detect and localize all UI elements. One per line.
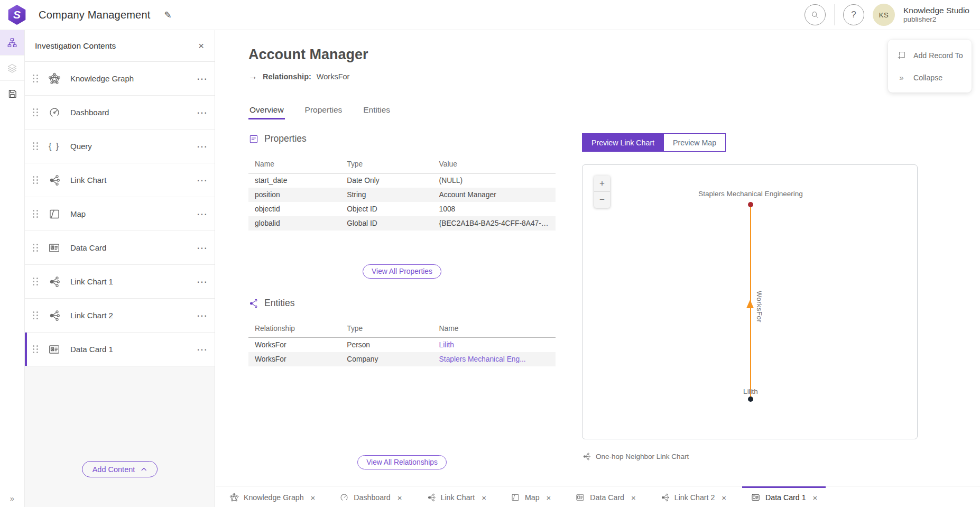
zoom-out-button[interactable]: − [594, 192, 610, 208]
rail-tab-contents[interactable] [0, 30, 24, 56]
ellipsis-icon: ⋯ [197, 344, 207, 355]
bottom-tab-data-card[interactable]: Data Card × [567, 486, 644, 507]
data-card-icon [47, 242, 61, 254]
sidebar-item-link-chart-2[interactable]: Link Chart 2 ⋯ [25, 299, 215, 333]
tab-close-icon[interactable]: × [631, 493, 636, 502]
overflow-menu-button[interactable]: ⋯ [197, 279, 207, 284]
collapse-item[interactable]: » Collapse [888, 67, 972, 88]
top-bar: S Company Management ✎ ? KS Knowledge St… [0, 0, 980, 30]
drag-handle-icon[interactable] [33, 244, 38, 252]
node-company-label: Staplers Mechanical Engineering [698, 190, 802, 198]
sidebar-item-label: Link Chart [70, 176, 106, 185]
overflow-menu-button[interactable]: ⋯ [197, 144, 207, 149]
tab-close-icon[interactable]: × [813, 493, 818, 502]
sidebar-close-button[interactable]: × [198, 40, 204, 52]
drag-handle-icon[interactable] [33, 75, 38, 82]
sidebar-item-link-chart[interactable]: Link Chart ⋯ [25, 163, 215, 197]
sidebar-item-link-chart-1[interactable]: Link Chart 1 ⋯ [25, 265, 215, 299]
sidebar-item-label: Data Card 1 [70, 345, 113, 354]
view-all-relationships-button[interactable]: View All Relationships [357, 455, 447, 469]
overflow-menu-button[interactable]: ⋯ [197, 110, 207, 115]
drag-handle-icon[interactable] [33, 311, 38, 319]
sidebar-item-dashboard[interactable]: Dashboard ⋯ [25, 96, 215, 130]
zoom-in-button[interactable]: + [594, 176, 610, 191]
entity-link[interactable]: Staplers Mechanical Eng... [439, 355, 526, 363]
overflow-menu-button[interactable]: ⋯ [197, 347, 207, 352]
link-chart-icon [660, 493, 670, 502]
sidebar-item-label: Map [70, 209, 86, 218]
edge-label: WorksFor [755, 291, 763, 322]
tab-properties[interactable]: Properties [304, 105, 344, 119]
record-detail-panel: Account Manager → Relationship: WorksFor… [216, 30, 980, 486]
overflow-menu-button[interactable]: ⋯ [197, 211, 207, 217]
node-person-dot[interactable] [748, 397, 753, 402]
ellipsis-icon: ⋯ [197, 141, 207, 152]
tab-close-icon[interactable]: × [397, 493, 402, 502]
view-all-properties-button[interactable]: View All Properties [363, 264, 441, 279]
overflow-menu-button[interactable]: ⋯ [197, 313, 207, 318]
tab-close-icon[interactable]: × [547, 493, 551, 502]
tab-close-icon[interactable]: × [482, 493, 486, 502]
sidebar-item-knowledge-graph[interactable]: Knowledge Graph ⋯ [25, 62, 215, 96]
link-chart-icon [47, 275, 61, 288]
bottom-tab-map[interactable]: Map × [502, 486, 559, 507]
drag-handle-icon[interactable] [33, 142, 38, 150]
relationship-label: Relationship: [263, 72, 311, 81]
help-button[interactable]: ? [843, 4, 864, 25]
drag-handle-icon[interactable] [33, 210, 38, 218]
bottom-tab-link-chart-2[interactable]: Link Chart 2 × [652, 486, 735, 507]
dashboard-icon [339, 493, 349, 502]
entities-table: Relationship Type Name WorksFor Person L… [248, 320, 556, 366]
sidebar-item-data-card[interactable]: Data Card ⋯ [25, 231, 215, 265]
cell: Staplers Mechanical Eng... [433, 352, 556, 366]
add-content-button[interactable]: Add Content [82, 461, 158, 477]
sidebar-item-query[interactable]: { } Query ⋯ [25, 130, 215, 163]
add-record-to-item[interactable]: Add Record To [888, 44, 972, 67]
cell: (NULL) [433, 173, 556, 188]
cell: Global ID [340, 216, 432, 231]
user-avatar[interactable]: KS [873, 4, 895, 26]
bottom-tab-knowledge-graph[interactable]: Knowledge Graph × [221, 486, 323, 507]
link-chart-preview[interactable]: + − Staplers Mechanical Engineering Work… [582, 164, 918, 439]
entity-link[interactable]: Lilith [439, 341, 454, 349]
search-button[interactable] [805, 4, 826, 25]
user-name: publisher2 [903, 15, 969, 24]
bottom-tab-dashboard[interactable]: Dashboard × [331, 486, 410, 507]
tab-overview[interactable]: Overview [248, 105, 285, 119]
properties-section-heading: Properties [248, 133, 556, 144]
table-row: start_date Date Only (NULL) [248, 173, 556, 188]
rail-tab-layers[interactable] [0, 56, 24, 81]
sidebar-item-label: Link Chart 2 [70, 311, 113, 320]
rail-expand-button[interactable]: » [0, 494, 24, 503]
tab-close-icon[interactable]: × [311, 493, 316, 502]
bottom-tab-data-card-1[interactable]: Data Card 1 × [742, 486, 826, 507]
sidebar-item-data-card-1[interactable]: Data Card 1 ⋯ [25, 333, 215, 366]
preview-map-toggle[interactable]: Preview Map [663, 134, 725, 151]
node-company-dot[interactable] [748, 202, 753, 207]
tab-close-icon[interactable]: × [722, 493, 726, 502]
bottom-tab-link-chart[interactable]: Link Chart × [418, 486, 495, 507]
drag-handle-icon[interactable] [33, 278, 38, 285]
record-subtitle: → Relationship: WorksFor [248, 71, 980, 82]
column-header: Value [433, 156, 556, 173]
drag-handle-icon[interactable] [33, 345, 38, 353]
edit-title-button[interactable]: ✎ [164, 10, 172, 21]
tab-entities[interactable]: Entities [362, 105, 391, 119]
add-record-icon [896, 50, 907, 60]
sidebar-item-map[interactable]: Map ⋯ [25, 197, 215, 231]
overflow-menu-button[interactable]: ⋯ [197, 245, 207, 251]
rail-tab-save[interactable] [0, 81, 24, 106]
overflow-menu-button[interactable]: ⋯ [197, 76, 207, 81]
overflow-menu-button[interactable]: ⋯ [197, 178, 207, 183]
drag-handle-icon[interactable] [33, 176, 38, 184]
link-chart-icon [427, 493, 436, 502]
drag-handle-icon[interactable] [33, 108, 38, 116]
sidebar-item-label: Dashboard [70, 108, 109, 117]
chevrons-right-icon: » [10, 494, 14, 503]
column-header: Name [433, 320, 556, 338]
zoom-control: + − [594, 176, 610, 208]
preview-link-chart-toggle[interactable]: Preview Link Chart [583, 134, 663, 151]
search-icon [810, 10, 820, 20]
cell: start_date [248, 173, 340, 188]
column-header: Type [340, 320, 432, 338]
